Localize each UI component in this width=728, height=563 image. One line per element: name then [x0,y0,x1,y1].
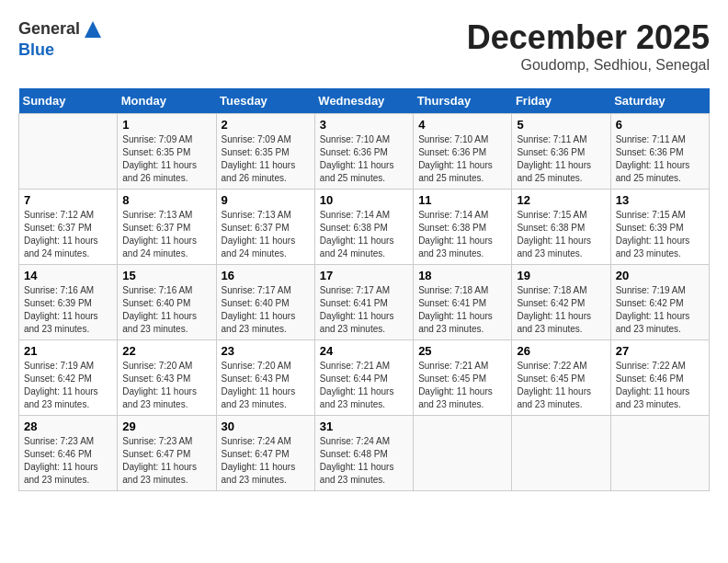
day-info: Sunrise: 7:15 AM Sunset: 6:39 PM Dayligh… [616,209,704,260]
calendar-cell: 17Sunrise: 7:17 AM Sunset: 6:41 PM Dayli… [314,265,413,340]
calendar-week-row: 28Sunrise: 7:23 AM Sunset: 6:46 PM Dayli… [19,416,710,491]
calendar-cell: 8Sunrise: 7:13 AM Sunset: 6:37 PM Daylig… [118,190,216,265]
day-number: 13 [616,193,704,207]
day-info: Sunrise: 7:13 AM Sunset: 6:37 PM Dayligh… [222,209,310,260]
day-info: Sunrise: 7:22 AM Sunset: 6:45 PM Dayligh… [517,360,605,411]
calendar-cell: 31Sunrise: 7:24 AM Sunset: 6:48 PM Dayli… [314,416,413,491]
day-number: 3 [320,118,408,132]
day-number: 11 [418,193,506,207]
day-info: Sunrise: 7:21 AM Sunset: 6:45 PM Dayligh… [418,360,506,411]
day-info: Sunrise: 7:24 AM Sunset: 6:48 PM Dayligh… [320,435,408,487]
location: Goudomp, Sedhiou, Senegal [467,57,710,74]
calendar-cell: 1Sunrise: 7:09 AM Sunset: 6:35 PM Daylig… [118,114,216,190]
day-of-week-header: Saturday [610,88,709,114]
day-number: 9 [222,193,310,207]
day-info: Sunrise: 7:20 AM Sunset: 6:43 PM Dayligh… [222,360,310,411]
calendar-cell: 15Sunrise: 7:16 AM Sunset: 6:40 PM Dayli… [118,265,216,340]
calendar-cell: 11Sunrise: 7:14 AM Sunset: 6:38 PM Dayli… [414,190,512,265]
day-info: Sunrise: 7:22 AM Sunset: 6:46 PM Dayligh… [616,360,704,411]
day-info: Sunrise: 7:16 AM Sunset: 6:40 PM Dayligh… [122,284,210,336]
day-number: 16 [222,269,310,282]
day-number: 2 [222,118,310,132]
calendar-cell: 3Sunrise: 7:10 AM Sunset: 6:36 PM Daylig… [314,114,413,190]
day-info: Sunrise: 7:19 AM Sunset: 6:42 PM Dayligh… [24,360,112,411]
svg-marker-0 [85,21,101,38]
calendar-week-row: 1Sunrise: 7:09 AM Sunset: 6:35 PM Daylig… [19,114,710,190]
day-info: Sunrise: 7:18 AM Sunset: 6:41 PM Dayligh… [418,284,506,336]
day-number: 15 [122,269,210,282]
calendar-cell: 24Sunrise: 7:21 AM Sunset: 6:44 PM Dayli… [314,340,413,416]
calendar-cell: 13Sunrise: 7:15 AM Sunset: 6:39 PM Dayli… [610,190,709,265]
day-number: 23 [222,344,310,358]
day-number: 22 [122,344,210,358]
day-info: Sunrise: 7:17 AM Sunset: 6:41 PM Dayligh… [320,284,408,336]
day-number: 8 [122,193,210,207]
calendar-cell: 18Sunrise: 7:18 AM Sunset: 6:41 PM Dayli… [414,265,512,340]
calendar-cell [610,416,709,491]
day-of-week-header: Thursday [414,88,512,114]
day-of-week-header: Friday [512,88,610,114]
page-header: General Blue December 2025 Goudomp, Sedh… [18,18,710,74]
day-number: 7 [24,193,112,207]
calendar-cell: 27Sunrise: 7:22 AM Sunset: 6:46 PM Dayli… [610,340,709,416]
calendar-header-row: SundayMondayTuesdayWednesdayThursdayFrid… [19,88,710,114]
day-info: Sunrise: 7:24 AM Sunset: 6:47 PM Dayligh… [222,435,310,487]
day-number: 1 [122,118,210,132]
day-of-week-header: Monday [118,88,216,114]
day-number: 19 [517,269,605,282]
calendar-cell: 2Sunrise: 7:09 AM Sunset: 6:35 PM Daylig… [216,114,314,190]
title-block: December 2025 Goudomp, Sedhiou, Senegal [467,18,710,74]
day-info: Sunrise: 7:12 AM Sunset: 6:37 PM Dayligh… [24,209,112,260]
day-number: 31 [320,419,408,433]
day-info: Sunrise: 7:20 AM Sunset: 6:43 PM Dayligh… [122,360,210,411]
calendar-table: SundayMondayTuesdayWednesdayThursdayFrid… [18,88,710,491]
day-number: 26 [517,344,605,358]
day-info: Sunrise: 7:11 AM Sunset: 6:36 PM Dayligh… [616,133,704,185]
day-number: 24 [320,344,408,358]
calendar-cell: 14Sunrise: 7:16 AM Sunset: 6:39 PM Dayli… [19,265,118,340]
day-number: 14 [24,269,112,282]
calendar-body: 1Sunrise: 7:09 AM Sunset: 6:35 PM Daylig… [19,114,710,491]
day-number: 5 [517,118,605,132]
day-number: 6 [616,118,704,132]
day-info: Sunrise: 7:10 AM Sunset: 6:36 PM Dayligh… [418,133,506,185]
calendar-cell: 5Sunrise: 7:11 AM Sunset: 6:36 PM Daylig… [512,114,610,190]
day-info: Sunrise: 7:14 AM Sunset: 6:38 PM Dayligh… [418,209,506,260]
day-info: Sunrise: 7:23 AM Sunset: 6:47 PM Dayligh… [122,435,210,487]
day-number: 4 [418,118,506,132]
calendar-cell: 28Sunrise: 7:23 AM Sunset: 6:46 PM Dayli… [19,416,118,491]
day-number: 28 [24,419,112,433]
calendar-cell: 26Sunrise: 7:22 AM Sunset: 6:45 PM Dayli… [512,340,610,416]
day-of-week-header: Wednesday [314,88,413,114]
logo: General Blue [18,18,104,61]
day-info: Sunrise: 7:23 AM Sunset: 6:46 PM Dayligh… [24,435,112,487]
day-number: 12 [517,193,605,207]
calendar-cell: 7Sunrise: 7:12 AM Sunset: 6:37 PM Daylig… [19,190,118,265]
day-number: 20 [616,269,704,282]
calendar-cell: 21Sunrise: 7:19 AM Sunset: 6:42 PM Dayli… [19,340,118,416]
day-info: Sunrise: 7:09 AM Sunset: 6:35 PM Dayligh… [222,133,310,185]
day-number: 10 [320,193,408,207]
day-number: 25 [418,344,506,358]
calendar-cell [414,416,512,491]
calendar-cell: 19Sunrise: 7:18 AM Sunset: 6:42 PM Dayli… [512,265,610,340]
calendar-cell: 29Sunrise: 7:23 AM Sunset: 6:47 PM Dayli… [118,416,216,491]
day-info: Sunrise: 7:18 AM Sunset: 6:42 PM Dayligh… [517,284,605,336]
day-info: Sunrise: 7:14 AM Sunset: 6:38 PM Dayligh… [320,209,408,260]
day-of-week-header: Tuesday [216,88,314,114]
calendar-week-row: 21Sunrise: 7:19 AM Sunset: 6:42 PM Dayli… [19,340,710,416]
calendar-cell: 9Sunrise: 7:13 AM Sunset: 6:37 PM Daylig… [216,190,314,265]
calendar-cell: 25Sunrise: 7:21 AM Sunset: 6:45 PM Dayli… [414,340,512,416]
day-info: Sunrise: 7:13 AM Sunset: 6:37 PM Dayligh… [122,209,210,260]
calendar-cell: 16Sunrise: 7:17 AM Sunset: 6:40 PM Dayli… [216,265,314,340]
day-info: Sunrise: 7:11 AM Sunset: 6:36 PM Dayligh… [517,133,605,185]
calendar-cell: 20Sunrise: 7:19 AM Sunset: 6:42 PM Dayli… [610,265,709,340]
day-info: Sunrise: 7:17 AM Sunset: 6:40 PM Dayligh… [222,284,310,336]
logo-general: General [18,19,80,38]
calendar-cell: 30Sunrise: 7:24 AM Sunset: 6:47 PM Dayli… [216,416,314,491]
calendar-cell: 22Sunrise: 7:20 AM Sunset: 6:43 PM Dayli… [118,340,216,416]
calendar-cell: 10Sunrise: 7:14 AM Sunset: 6:38 PM Dayli… [314,190,413,265]
calendar-cell: 4Sunrise: 7:10 AM Sunset: 6:36 PM Daylig… [414,114,512,190]
day-number: 30 [222,419,310,433]
day-info: Sunrise: 7:09 AM Sunset: 6:35 PM Dayligh… [122,133,210,185]
